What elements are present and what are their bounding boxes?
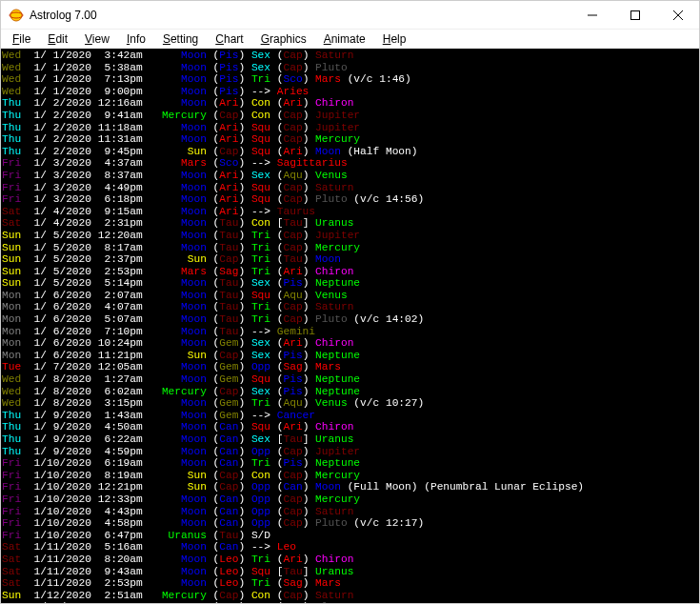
transit-row: Thu 1/ 9/2020 1:43am Moon (Gem) --> Canc… <box>2 410 699 422</box>
transit-row: Thu 1/ 2/2020 12:16am Moon (Ari) Con (Ar… <box>2 97 699 110</box>
transit-row: Sun 1/12/2020 2:51am Mercury (Cap) Con (… <box>2 590 699 602</box>
transit-row: Sat 1/11/2020 8:20am Moon (Leo) Tri (Ari… <box>2 554 699 566</box>
menu-animate[interactable]: Animate <box>316 30 373 48</box>
transit-row: Mon 1/ 6/2020 10:24pm Moon (Gem) Sex (Ar… <box>2 337 699 350</box>
menu-bar: FileEditViewInfoSettingChartGraphicsAnim… <box>1 30 699 49</box>
transit-row: Thu 1/ 9/2020 4:59pm Moon (Can) Opp (Cap… <box>2 446 699 458</box>
transit-row: Fri 1/ 3/2020 6:18pm Moon (Ari) Squ (Cap… <box>2 193 699 206</box>
transit-row: Wed 1/ 1/2020 3:42am Moon (Pis) Sex (Cap… <box>2 50 699 62</box>
window-controls <box>570 1 699 30</box>
menu-chart[interactable]: Chart <box>208 30 250 48</box>
transit-row: Sun 1/ 5/2020 5:14pm Moon (Tau) Sex (Pis… <box>2 277 699 290</box>
transit-row: Fri 1/10/2020 12:21pm Sun (Cap) Opp (Can… <box>2 481 699 493</box>
transit-row: Sat 1/11/2020 5:16am Moon (Can) --> Leo <box>2 541 699 554</box>
transit-row: Mon 1/ 6/2020 11:21pm Sun (Cap) Sex (Pis… <box>2 350 699 362</box>
transit-row: Fri 1/10/2020 8:19am Sun (Cap) Con (Cap)… <box>2 470 699 482</box>
transit-row: Thu 1/ 2/2020 11:18am Moon (Ari) Squ (Ca… <box>2 122 699 134</box>
transit-row: Sat 1/ 4/2020 9:15am Moon (Ari) --> Taur… <box>2 206 699 218</box>
transit-row: Wed 1/ 8/2020 1:27am Moon (Gem) Squ (Pis… <box>2 373 699 386</box>
transit-row: Thu 1/ 9/2020 4:50am Moon (Can) Squ (Ari… <box>2 421 699 433</box>
transit-row: Fri 1/ 3/2020 4:37am Mars (Sco) --> Sagi… <box>2 157 699 170</box>
transit-row: Thu 1/ 9/2020 6:22am Moon (Can) Sex [Tau… <box>2 433 699 446</box>
transit-row: Tue 1/ 7/2020 12:05am Moon (Gem) Opp (Sa… <box>2 361 699 373</box>
transit-row: Fri 1/ 3/2020 8:37am Moon (Ari) Sex (Aqu… <box>2 170 699 182</box>
transit-row: Sun 1/ 5/2020 8:17am Moon (Tau) Tri (Cap… <box>2 242 699 254</box>
transit-row: Sat 1/11/2020 9:43am Moon (Leo) Squ [Tau… <box>2 566 699 578</box>
menu-view[interactable]: View <box>77 30 117 48</box>
transit-row: Fri 1/ 3/2020 4:49pm Moon (Ari) Squ (Cap… <box>2 182 699 194</box>
transit-row: Wed 1/ 1/2020 5:38am Moon (Pis) Sex (Cap… <box>2 62 699 74</box>
transit-row: Sat 1/11/2020 2:53pm Moon (Leo) Tri (Sag… <box>2 577 699 590</box>
transit-row: Mon 1/ 6/2020 7:10pm Moon (Tau) --> Gemi… <box>2 326 699 338</box>
maximize-button[interactable] <box>613 1 656 30</box>
transit-row: Mon 1/ 6/2020 2:07am Moon (Tau) Squ (Aqu… <box>2 290 699 302</box>
transit-row: Wed 1/ 8/2020 6:02am Mercury (Cap) Sex (… <box>2 386 699 398</box>
transit-row: Mon 1/ 6/2020 5:07am Moon (Tau) Tri (Cap… <box>2 313 699 326</box>
svg-point-0 <box>10 10 22 21</box>
transit-row: Sat 1/ 4/2020 2:31pm Moon (Tau) Con [Tau… <box>2 217 699 230</box>
transit-row: Thu 1/ 2/2020 9:45pm Sun (Cap) Squ (Ari)… <box>2 146 699 158</box>
menu-help[interactable]: Help <box>375 30 414 48</box>
transit-row: Sun 1/ 5/2020 12:20am Moon (Tau) Tri (Ca… <box>2 230 699 242</box>
transit-row: Fri 1/10/2020 4:43pm Moon (Can) Opp (Cap… <box>2 506 699 518</box>
transit-row: Fri 1/10/2020 6:19am Moon (Can) Tri (Pis… <box>2 457 699 470</box>
transit-row: Wed 1/ 1/2020 9:00pm Moon (Pis) --> Arie… <box>2 86 699 98</box>
transit-row: Sun 1/ 5/2020 2:37pm Sun (Cap) Tri (Tau)… <box>2 253 699 266</box>
svg-rect-3 <box>630 10 639 19</box>
transit-output: Wed 1/ 1/2020 3:42am Moon (Pis) Sex (Cap… <box>1 49 699 604</box>
transit-row: Mon 1/ 6/2020 4:07am Moon (Tau) Tri (Cap… <box>2 301 699 313</box>
transit-row: Fri 1/10/2020 4:58pm Moon (Can) Opp (Cap… <box>2 517 699 530</box>
app-icon <box>9 8 24 23</box>
transit-row: Wed 1/ 1/2020 7:13pm Moon (Pis) Tri (Sco… <box>2 73 699 86</box>
close-button[interactable] <box>656 1 699 30</box>
window-title: Astrolog 7.00 <box>30 9 97 22</box>
menu-info[interactable]: Info <box>119 30 153 48</box>
menu-file[interactable]: File <box>5 30 38 48</box>
transit-row: Wed 1/ 8/2020 3:15pm Moon (Gem) Tri (Aqu… <box>2 397 699 410</box>
title-bar: Astrolog 7.00 <box>1 1 699 30</box>
transit-row: Sun 1/ 5/2020 2:53pm Mars (Sag) Tri (Ari… <box>2 266 699 278</box>
transit-row: Thu 1/ 2/2020 9:41am Mercury (Cap) Con (… <box>2 110 699 122</box>
minimize-button[interactable] <box>570 1 613 30</box>
menu-edit[interactable]: Edit <box>40 30 75 48</box>
menu-graphics[interactable]: Graphics <box>253 30 314 48</box>
transit-row: Fri 1/10/2020 12:33pm Moon (Can) Opp (Ca… <box>2 493 699 506</box>
transit-row: Thu 1/ 2/2020 11:31am Moon (Ari) Squ (Ca… <box>2 133 699 146</box>
menu-setting[interactable]: Setting <box>155 30 206 48</box>
transit-row: Fri 1/10/2020 6:47pm Uranus (Tau) S/D <box>2 530 699 542</box>
